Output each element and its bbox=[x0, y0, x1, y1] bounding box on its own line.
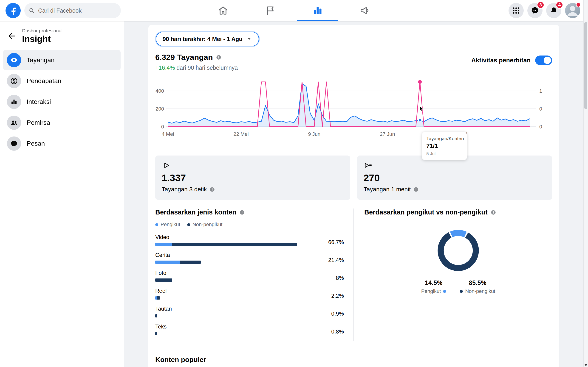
metric-label: Tayangan 1 menit bbox=[363, 186, 411, 193]
notifications-button[interactable]: 4 bbox=[546, 3, 561, 18]
impressions-delta-suffix: dari 90 hari sebelumnya bbox=[175, 65, 238, 71]
stat-followers-label: Pengikut bbox=[421, 288, 441, 294]
insights-sidebar: Dasbor profesional Insight Tayangan Pend… bbox=[0, 21, 124, 367]
content-type-row: Tautan0.9% bbox=[155, 306, 344, 317]
page-title: Insight bbox=[22, 34, 62, 44]
publishing-activity-label: Aktivitas penerbitan bbox=[471, 57, 531, 64]
bar-segment-nonfollowers bbox=[155, 278, 172, 282]
scrollbar-thumb[interactable] bbox=[584, 22, 587, 109]
dollar-icon bbox=[7, 74, 21, 88]
svg-text:22 Mei: 22 Mei bbox=[233, 131, 249, 137]
info-icon[interactable] bbox=[240, 210, 245, 215]
insights-card: 90 hari terakhir: 4 Mei - 1 Agu 6.329 Ta… bbox=[148, 25, 559, 367]
content-type-row: Foto8% bbox=[155, 270, 344, 282]
tab-pages[interactable] bbox=[249, 0, 292, 21]
metric-label: Tayangan 3 detik bbox=[162, 186, 207, 193]
people-icon bbox=[7, 116, 21, 130]
breadcrumb: Dasbor profesional bbox=[22, 28, 62, 33]
sidebar-item-tayangan[interactable]: Tayangan bbox=[3, 50, 121, 70]
chat-icon bbox=[7, 136, 21, 151]
bar-segment-followers bbox=[155, 261, 180, 264]
profile-notification-dot bbox=[576, 2, 581, 7]
stat-dot-nonfollowers bbox=[460, 290, 463, 293]
follower-donut-svg bbox=[436, 228, 481, 273]
back-button[interactable] bbox=[7, 31, 17, 41]
svg-text:1: 1 bbox=[539, 88, 542, 94]
hover-point-publishing bbox=[418, 80, 422, 84]
impressions-trend-chart[interactable]: 00200040014 Mei22 Mei9 Jun27 Jun15 Jul T… bbox=[155, 75, 552, 150]
bar-segment-followers bbox=[155, 296, 157, 300]
legend-label-nonfollowers: Non-pengikut bbox=[192, 222, 223, 227]
tab-home[interactable] bbox=[202, 0, 244, 21]
legend-dot-followers bbox=[155, 223, 158, 226]
date-range-filter[interactable]: 90 hari terakhir: 4 Mei - 1 Agu bbox=[156, 32, 259, 46]
toggle-knob bbox=[544, 57, 551, 64]
info-icon[interactable] bbox=[216, 55, 221, 60]
info-icon[interactable] bbox=[210, 187, 215, 192]
bar-segment-nonfollowers bbox=[155, 314, 157, 317]
sidebar-item-pesan[interactable]: Pesan bbox=[3, 133, 121, 154]
popular-content-title: Konten populer bbox=[155, 356, 552, 364]
svg-text:0: 0 bbox=[539, 124, 542, 130]
tab-ads[interactable] bbox=[344, 0, 386, 21]
search-bar bbox=[24, 3, 121, 18]
page-scrollbar[interactable] bbox=[583, 0, 588, 367]
svg-text:200: 200 bbox=[156, 106, 164, 112]
home-icon bbox=[218, 5, 228, 16]
svg-text:9 Jun: 9 Jun bbox=[308, 131, 320, 137]
play-icon bbox=[162, 161, 170, 170]
svg-text:0: 0 bbox=[161, 124, 164, 130]
sidebar-item-interaksi[interactable]: Interaksi bbox=[3, 92, 121, 112]
content-type-bar bbox=[155, 243, 297, 246]
donut-slice-nonfollowers bbox=[441, 233, 476, 268]
stat-nonfollowers: 85.5% Non-pengikut bbox=[460, 279, 495, 294]
profile-button[interactable] bbox=[565, 3, 580, 18]
sidebar-item-label: Pesan bbox=[27, 140, 45, 147]
content-type-bars: Video66.7%Cerita21.4%Foto8%Reel2.2%Tauta… bbox=[155, 234, 344, 335]
svg-text:27 Jun: 27 Jun bbox=[380, 131, 395, 137]
date-range-label: 90 hari terakhir: 4 Mei - 1 Agu bbox=[163, 36, 242, 42]
info-icon[interactable] bbox=[414, 187, 418, 192]
menu-button[interactable] bbox=[509, 3, 524, 18]
top-bar: 3 4 bbox=[0, 0, 588, 21]
publishing-activity-toggle[interactable] bbox=[535, 56, 552, 65]
impressions-delta: +16.4% bbox=[155, 65, 175, 71]
trend-chart-svg: 00200040014 Mei22 Mei9 Jun27 Jun15 Jul bbox=[155, 75, 552, 148]
metric-card-1m-views: 270 Tayangan 1 menit bbox=[357, 156, 552, 200]
content-type-percentage: 0.9% bbox=[316, 306, 344, 317]
bar-segment-nonfollowers bbox=[172, 243, 297, 246]
flag-icon bbox=[265, 5, 276, 16]
info-icon[interactable] bbox=[491, 210, 496, 215]
bar-segment-nonfollowers bbox=[157, 296, 160, 300]
content-type-label: Foto bbox=[155, 270, 316, 276]
messenger-badge: 3 bbox=[537, 1, 544, 9]
tab-insights[interactable] bbox=[296, 0, 339, 21]
sidebar-item-label: Tayangan bbox=[27, 56, 54, 64]
bar-segment-nonfollowers bbox=[155, 332, 157, 335]
facebook-logo[interactable] bbox=[6, 3, 21, 18]
chevron-down-icon bbox=[246, 36, 252, 42]
content-type-percentage: 8% bbox=[316, 270, 344, 282]
content-type-bar bbox=[155, 278, 172, 282]
megaphone-icon bbox=[360, 5, 370, 16]
sidebar-item-pemirsa[interactable]: Pemirsa bbox=[3, 113, 121, 133]
messenger-button[interactable]: 3 bbox=[527, 3, 543, 18]
bar-segment-followers bbox=[155, 243, 172, 246]
svg-text:0: 0 bbox=[539, 106, 542, 112]
stat-dot-followers bbox=[443, 290, 446, 293]
metric-value: 1.337 bbox=[162, 173, 344, 184]
content-type-legend: Pengikut Non-pengikut bbox=[155, 222, 344, 227]
content-type-row: Reel2.2% bbox=[155, 288, 344, 300]
svg-text:400: 400 bbox=[156, 88, 164, 94]
content-type-bar bbox=[155, 261, 201, 264]
scrollbar-down-arrow[interactable] bbox=[584, 364, 588, 366]
notification-badge: 4 bbox=[556, 1, 563, 9]
sidebar-item-pendapatan[interactable]: Pendapatan bbox=[3, 71, 121, 91]
impressions-total: 6.329 Tayangan bbox=[155, 53, 213, 62]
stat-nonfollowers-label: Non-pengikut bbox=[465, 288, 495, 294]
content-type-title: Berdasarkan jenis konten bbox=[155, 209, 236, 216]
eye-icon bbox=[7, 53, 21, 67]
impressions-line bbox=[168, 84, 530, 123]
search-input[interactable] bbox=[38, 7, 121, 14]
tooltip-date: 5 Jul bbox=[426, 151, 463, 156]
